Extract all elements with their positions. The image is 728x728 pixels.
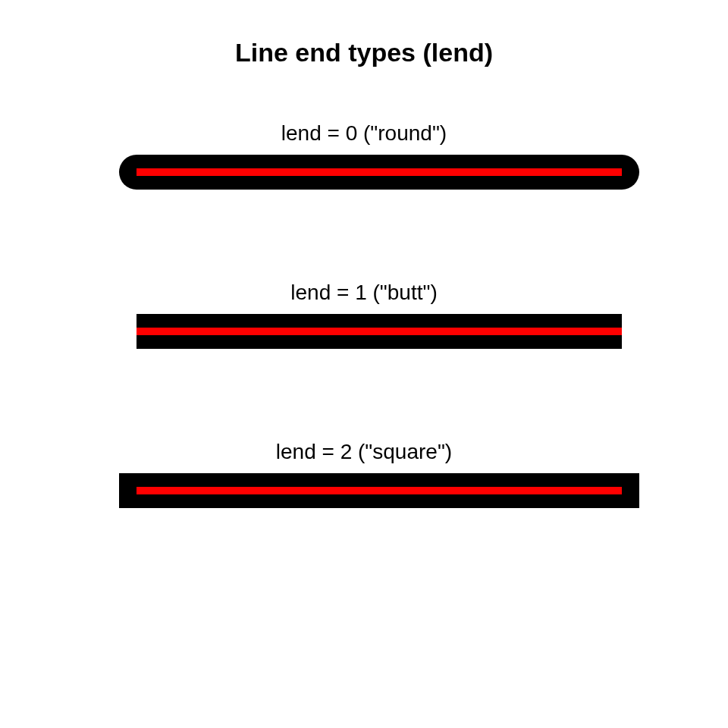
sample-square-label: lend = 2 ("square") <box>0 440 728 464</box>
sample-round-line <box>0 155 728 190</box>
sample-round: lend = 0 ("round") <box>0 121 728 190</box>
square-red-line <box>136 487 622 494</box>
round-red-line <box>136 168 622 176</box>
sample-butt-line <box>0 314 728 349</box>
chart-title: Line end types (lend) <box>0 38 728 67</box>
sample-square-line <box>0 473 728 508</box>
butt-red-line <box>136 328 622 335</box>
sample-butt-label: lend = 1 ("butt") <box>0 281 728 305</box>
sample-square: lend = 2 ("square") <box>0 440 728 508</box>
sample-round-label: lend = 0 ("round") <box>0 121 728 146</box>
sample-butt: lend = 1 ("butt") <box>0 281 728 349</box>
